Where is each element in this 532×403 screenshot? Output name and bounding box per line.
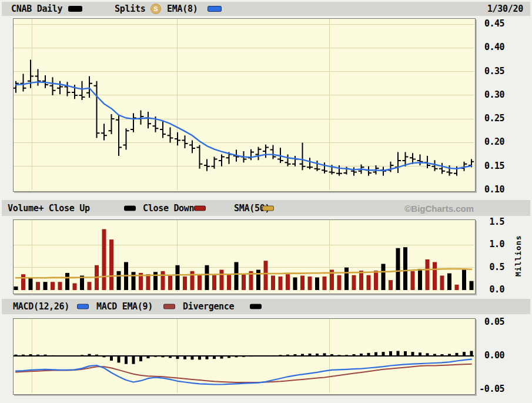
macd-label: MACD(12,26) [13, 301, 69, 312]
axis-tick-label: 0.40 [477, 42, 504, 52]
divergence-dash-icon [250, 304, 262, 309]
close-down-dash-icon [194, 205, 206, 211]
splits-badge-icon: S [150, 4, 161, 14]
volume-chart-canvas [14, 220, 474, 292]
axis-tick-label: 1.5 [477, 217, 504, 227]
price-chart-panel [13, 18, 476, 192]
axis-tick-label: 0.0 [477, 284, 504, 295]
sma50-dash-icon [262, 205, 274, 211]
axis-tick-label: 0.35 [477, 66, 504, 76]
axis-tick-label: 0.15 [477, 161, 504, 171]
bigcharts-chart-page: CNAB Daily Splits S EMA(8) 1/30/20 Volum… [0, 0, 532, 403]
axis-tick-label: 0.25 [477, 113, 504, 124]
ema8-label: EMA(8) [167, 4, 198, 14]
divergence-label: Divergence [183, 301, 234, 312]
axis-tick-label: 0.00 [477, 350, 504, 361]
close-down-label: Close Down [143, 203, 194, 214]
macd-ema-dash-icon [163, 304, 175, 309]
macd-chart-panel [13, 318, 476, 395]
price-header-strip: CNAB Daily Splits S EMA(8) 1/30/20 [2, 2, 530, 16]
axis-tick-label: 0.05 [477, 317, 504, 327]
volume-header-strip: Volume+ Close Up Close Down SMA(50) ©Big… [2, 200, 530, 216]
macd-ema-label: MACD EMA(9) [96, 301, 153, 312]
macd-chart-canvas [14, 319, 474, 393]
axis-tick-label: 0.20 [477, 136, 504, 147]
axis-tick-label: 0.10 [477, 184, 504, 195]
price-series-dash-icon [68, 6, 82, 12]
splits-label: Splits [115, 4, 145, 14]
bigcharts-watermark: ©BigCharts.com [404, 203, 474, 213]
price-chart-canvas [14, 19, 474, 190]
volume-chart-panel [13, 219, 476, 294]
volume-legend-label: Volume+ Close Up [8, 203, 90, 214]
axis-tick-label: 0.5 [477, 262, 504, 272]
macd-dash-icon [77, 304, 89, 309]
volume-axis-unit-label: Millions [511, 219, 524, 292]
symbol-label: CNAB Daily [11, 4, 62, 14]
axis-tick-label: 1.0 [477, 239, 504, 249]
ema8-dash-icon [208, 6, 222, 12]
axis-tick-label: -0.05 [477, 384, 504, 394]
axis-tick-label: 0.45 [477, 18, 504, 29]
axis-tick-label: 0.30 [477, 89, 504, 100]
macd-header-strip: MACD(12,26) MACD EMA(9) Divergence [2, 299, 530, 314]
close-up-dash-icon [124, 205, 136, 211]
date-label: 1/30/20 [487, 4, 523, 14]
